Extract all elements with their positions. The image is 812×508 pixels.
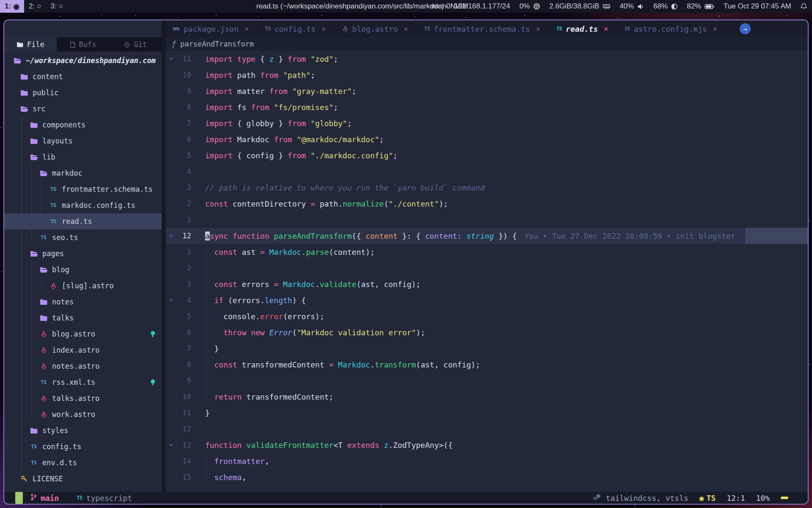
code-line[interactable]: 9import matter from "gray-matter";	[166, 83, 808, 99]
tree-item-notes[interactable]: notes	[4, 294, 162, 310]
code-line[interactable]: 8 const transformedContent = Markdoc.tra…	[166, 356, 808, 373]
token: schema	[214, 473, 242, 482]
close-icon[interactable]: ×	[604, 25, 608, 33]
tree-item-work.astro[interactable]: work.astro	[4, 406, 162, 422]
sidebar-separator	[162, 20, 166, 492]
code-line[interactable]: 1 const ast = Markdoc.parse(content);	[166, 244, 808, 260]
token: import	[205, 103, 237, 112]
tree-item-markdoc.config.ts[interactable]: TSmarkdoc.config.ts	[4, 197, 162, 213]
indent-guide	[29, 310, 39, 326]
filetype-label: typescript	[86, 494, 132, 502]
tree-item-env.d.ts[interactable]: TSenv.d.ts	[4, 455, 162, 471]
code-line[interactable]: 15 schema,	[166, 469, 808, 485]
sidebar-tab-git[interactable]: Git	[109, 37, 162, 52]
buffer-tab-blog.astro[interactable]: blog.astro×	[342, 25, 409, 33]
token: fs	[237, 103, 251, 112]
code-line[interactable]: 8import fs from "fs/promises";	[166, 99, 808, 115]
code-editor[interactable]: 11import type { z } from "zod";10import …	[166, 51, 808, 492]
code-line[interactable]: 9	[166, 373, 808, 389]
code-line[interactable]: 13function validateFrontmatter<T extends…	[166, 437, 808, 453]
tree-item-config.ts[interactable]: TSconfig.ts	[4, 439, 162, 455]
cursor-block: a	[205, 232, 210, 240]
code-line[interactable]: 3 const errors = Markdoc.validate(ast, c…	[166, 276, 808, 292]
token: from	[288, 151, 310, 160]
fold-chevron-icon[interactable]	[166, 57, 177, 61]
fold-chevron-icon[interactable]	[166, 298, 177, 302]
tree-item-talks.astro[interactable]: talks.astro	[4, 390, 162, 406]
code-line[interactable]: 6 throw new Error("Markdoc validation er…	[166, 324, 808, 340]
indent-guide	[29, 197, 39, 213]
workspace-1[interactable]: 1:◉	[0, 0, 24, 13]
tree-item-read.ts[interactable]: TSread.ts	[4, 213, 162, 229]
tree-item-seo.ts[interactable]: TSseo.ts	[4, 229, 162, 246]
breadcrumb: ƒ parseAndTransform	[166, 37, 808, 51]
tree-item-index.astro[interactable]: index.astro	[4, 342, 162, 358]
token: );	[416, 328, 425, 337]
tree-item-[slug].astro[interactable]: [slug].astro	[4, 278, 162, 294]
indent-guide	[29, 278, 39, 294]
code-line[interactable]: 11}	[166, 405, 808, 421]
code-text: import path from "path";	[191, 71, 315, 80]
tree-item-components[interactable]: components	[4, 117, 162, 133]
code-line[interactable]: 10import path from "path";	[166, 67, 808, 83]
workspace-2[interactable]: 2:○	[24, 0, 46, 13]
close-icon[interactable]: ×	[404, 25, 408, 33]
overflow-arrow-button[interactable]: →	[740, 23, 751, 34]
tree-item-blog.astro[interactable]: blog.astro	[4, 326, 162, 342]
sidebar-tab-bufs[interactable]: Bufs	[57, 37, 109, 52]
buffer-tab-config.ts[interactable]: TSconfig.ts×	[265, 25, 326, 33]
code-line[interactable]: 12	[166, 421, 808, 437]
code-line[interactable]: 10 return transformedContent;	[166, 389, 808, 405]
buffer-tab-astro.config.mjs[interactable]: JSastro.config.mjs×	[624, 25, 717, 33]
tree-item-pages[interactable]: pages	[4, 246, 162, 262]
indent-guide	[206, 389, 207, 405]
token: "gray-matter"	[292, 87, 352, 96]
tree-item-blog[interactable]: blog	[4, 262, 162, 278]
tree-item-src[interactable]: src	[4, 101, 162, 117]
tree-item-talks[interactable]: talks	[4, 310, 162, 326]
code-line[interactable]: 4 if (errors.length) {	[166, 292, 808, 308]
indent-guide	[29, 294, 39, 310]
close-icon[interactable]: ×	[713, 25, 717, 33]
code-text: import fs from "fs/promises";	[191, 103, 338, 112]
token: const	[214, 360, 242, 369]
code-line[interactable]: 2const contentDirectory = path.normalize…	[166, 196, 808, 212]
code-line[interactable]: 7import { globby } from "globby";	[166, 115, 808, 131]
buffer-tab-package.json[interactable]: package.json×	[173, 25, 249, 33]
code-line[interactable]: 3// path is relative to where you run th…	[166, 179, 808, 196]
line-number: 7	[177, 344, 191, 353]
code-line[interactable]: 5import { config } from "./markdoc.confi…	[166, 147, 808, 163]
tree-item-lib[interactable]: lib	[4, 149, 162, 165]
tree-item-LICENSE[interactable]: LICENSE	[4, 471, 162, 487]
code-line[interactable]: 14 frontmatter,	[166, 453, 808, 469]
tree-item-styles[interactable]: styles	[4, 422, 162, 439]
tree-item-rss.xml.ts[interactable]: TSrss.xml.ts	[4, 374, 162, 390]
close-icon[interactable]: ×	[321, 25, 326, 33]
code-line[interactable]: 1	[166, 212, 808, 228]
tree-item-label: index.astro	[52, 346, 100, 354]
buffer-tab-read.ts[interactable]: TSread.ts×	[556, 25, 608, 33]
tree-item-public[interactable]: public	[4, 85, 162, 101]
buffer-tab-frontmatter.schema.ts[interactable]: TSfrontmatter.schema.ts×	[424, 25, 540, 33]
token: }	[274, 55, 288, 64]
tree-item-notes.astro[interactable]: notes.astro	[4, 358, 162, 374]
code-line[interactable]: 2	[166, 260, 808, 276]
sidebar-tab-file[interactable]: File	[4, 37, 57, 52]
indent-guide	[19, 455, 29, 471]
code-line[interactable]: 11import type { z } from "zod";	[166, 51, 808, 67]
fold-chevron-icon[interactable]	[166, 234, 177, 237]
code-line[interactable]: 5 console.error(errors);	[166, 308, 808, 324]
tree-item-markdoc[interactable]: markdoc	[4, 165, 162, 181]
fold-chevron-icon[interactable]	[166, 443, 177, 447]
workspace-3[interactable]: 3:○	[46, 0, 67, 13]
close-icon[interactable]: ×	[536, 25, 540, 33]
close-icon[interactable]: ×	[244, 25, 249, 33]
code-line[interactable]: 4	[166, 163, 808, 179]
code-line[interactable]: 7 }	[166, 340, 808, 356]
tree-item-frontmatter.schema.ts[interactable]: TSfrontmatter.schema.ts	[4, 181, 162, 197]
tree-item-layouts[interactable]: layouts	[4, 133, 162, 149]
code-line[interactable]: 6import Markdoc from "@markdoc/markdoc";	[166, 131, 808, 147]
code-line[interactable]: 12async function parseAndTransform({ con…	[166, 228, 808, 244]
tree-item-~/workspace/dineshpandiyan.com[interactable]: ~/workspace/dineshpandiyan.com	[4, 52, 162, 69]
tree-item-content[interactable]: content	[4, 69, 162, 85]
